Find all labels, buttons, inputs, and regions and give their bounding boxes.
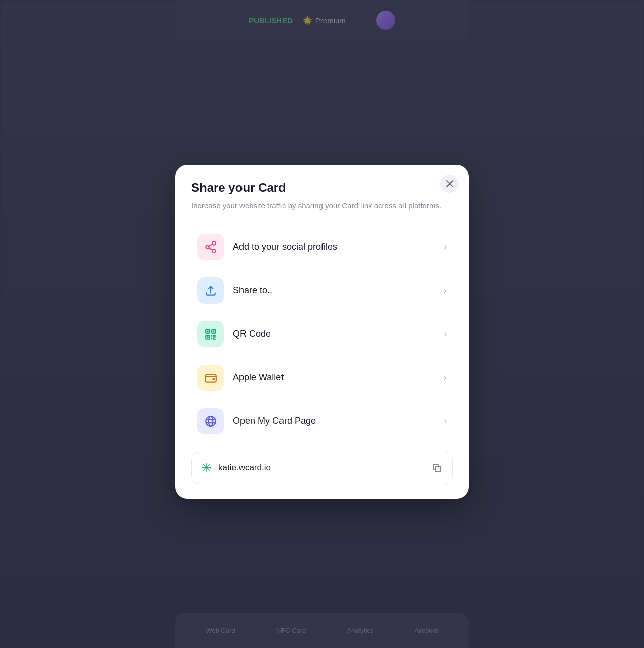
social-profiles-label: Add to your social profiles <box>233 241 444 252</box>
modal-subtitle: Increase your website traffic by sharing… <box>191 200 453 212</box>
apple-wallet-icon-wrap <box>197 364 224 391</box>
wallet-icon <box>204 371 217 384</box>
share-card-modal: Share your Card Increase your website tr… <box>175 165 469 499</box>
svg-rect-8 <box>207 330 208 332</box>
share-upload-icon <box>204 284 217 297</box>
close-icon <box>446 180 454 188</box>
open-card-icon-wrap <box>197 408 224 434</box>
qr-code-icon <box>204 328 217 341</box>
close-button[interactable] <box>440 175 459 193</box>
qr-code-label: QR Code <box>233 329 444 339</box>
modal-title: Share your Card <box>191 181 453 195</box>
open-card-label: Open My Card Page <box>233 416 444 426</box>
menu-item-social-profiles[interactable]: Add to your social profiles › <box>191 227 453 267</box>
share-nodes-icon <box>204 240 217 254</box>
apple-wallet-label: Apple Wallet <box>233 372 444 383</box>
share-to-icon-wrap <box>197 277 224 304</box>
menu-item-apple-wallet[interactable]: Apple Wallet › <box>191 357 453 398</box>
url-text: katie.wcard.io <box>218 463 425 473</box>
qr-code-icon-wrap <box>197 321 224 347</box>
wcard-star-icon: ✳ <box>201 460 212 476</box>
modal-overlay[interactable]: Share your Card Increase your website tr… <box>0 0 644 648</box>
svg-rect-10 <box>207 336 208 338</box>
menu-item-open-card[interactable]: Open My Card Page › <box>191 401 453 441</box>
svg-rect-17 <box>205 374 216 382</box>
chevron-icon-qr: › <box>444 329 447 339</box>
svg-line-3 <box>209 248 212 250</box>
globe-icon <box>204 415 217 428</box>
copy-icon <box>431 462 443 474</box>
url-row: ✳ katie.wcard.io <box>191 452 453 484</box>
svg-line-4 <box>209 244 212 246</box>
menu-item-qr-code[interactable]: QR Code › <box>191 314 453 354</box>
svg-rect-18 <box>212 378 215 380</box>
svg-point-20 <box>209 416 213 426</box>
svg-point-19 <box>206 416 216 426</box>
chevron-icon-share: › <box>444 285 447 296</box>
svg-rect-9 <box>213 330 214 332</box>
menu-list: Add to your social profiles › Share to..… <box>191 227 453 441</box>
menu-item-share-to[interactable]: Share to.. › <box>191 270 453 311</box>
chevron-icon-card: › <box>444 416 447 426</box>
copy-link-button[interactable] <box>431 462 443 474</box>
chevron-icon-social: › <box>444 241 447 252</box>
social-profiles-icon-wrap <box>197 234 224 260</box>
chevron-icon-wallet: › <box>444 372 447 383</box>
share-to-label: Share to.. <box>233 285 444 296</box>
svg-rect-23 <box>435 466 441 472</box>
